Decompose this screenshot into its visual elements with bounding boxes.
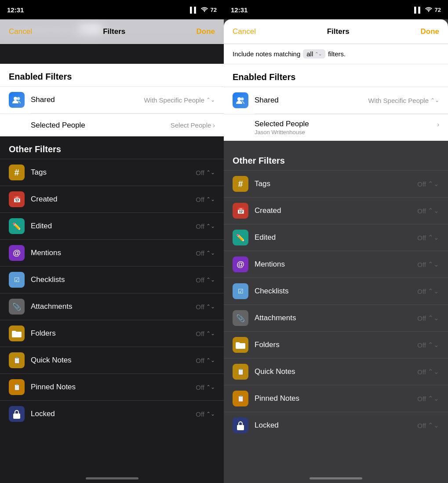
left-status-right: ▌▌ 72: [190, 7, 217, 13]
attachments-value: Off ⌃⌄: [196, 303, 215, 311]
right-checklists-icon: ☑: [233, 283, 248, 299]
tags-stepper: ⌃⌄: [206, 169, 215, 176]
right-other-quicknotes[interactable]: 📋 Quick Notes Off ⌃⌄: [224, 358, 448, 385]
right-shared-stepper-icon: ⌃⌄: [430, 97, 439, 103]
left-selected-people-row[interactable]: Selected People Select People ›: [0, 113, 224, 136]
locked-value: Off ⌃⌄: [196, 410, 215, 418]
folders-stepper: ⌃⌄: [206, 330, 215, 337]
right-selected-people-subtitle: Jason Writtenhouse: [255, 129, 437, 135]
svg-point-4: [428, 11, 429, 11]
pinnednotes-stepper: ⌃⌄: [206, 384, 215, 390]
right-attachments-stepper: ⌃⌄: [428, 314, 439, 322]
other-filter-folders[interactable]: Folders Off ⌃⌄: [0, 320, 224, 347]
right-folders-icon: [233, 337, 248, 353]
right-enabled-block: Enabled Filters Shared With Specific Peo…: [224, 64, 448, 141]
right-other-attachments[interactable]: 📎 Attachments Off ⌃⌄: [224, 304, 448, 331]
right-attachments-label: Attachments: [255, 314, 417, 322]
right-folders-label: Folders: [255, 340, 417, 349]
left-select-people-value: Select People ›: [171, 121, 215, 129]
other-filter-created[interactable]: 📅 Created Off ⌃⌄: [0, 186, 224, 212]
right-mentions-label: Mentions: [255, 260, 417, 269]
right-mentions-stepper: ⌃⌄: [428, 260, 439, 268]
right-other-tags[interactable]: # Tags Off ⌃⌄: [224, 170, 448, 197]
left-modal-sheet: Enabled Filters Shared With Specific Peo…: [0, 39, 224, 483]
right-quicknotes-value: Off ⌃⌄: [417, 368, 439, 376]
right-include-suffix: filters.: [328, 50, 346, 58]
right-other-folders[interactable]: Folders Off ⌃⌄: [224, 331, 448, 358]
right-other-header: Other Filters: [224, 148, 448, 170]
left-wifi-icon: [201, 7, 208, 13]
mentions-stepper: ⌃⌄: [206, 250, 215, 256]
right-edited-stepper: ⌃⌄: [428, 234, 439, 242]
right-shared-label: Shared: [255, 96, 368, 105]
right-other-locked[interactable]: Locked Off ⌃⌄: [224, 412, 448, 439]
right-mentions-icon: @: [233, 256, 248, 272]
created-value: Off ⌃⌄: [196, 196, 215, 203]
right-other-edited[interactable]: ✏️ Edited Off ⌃⌄: [224, 224, 448, 251]
other-filter-mentions[interactable]: @ Mentions Off ⌃⌄: [0, 239, 224, 266]
right-selected-people-row[interactable]: Selected People Jason Writtenhouse ›: [224, 114, 448, 141]
other-filter-checklists[interactable]: ☑ Checklists Off ⌃⌄: [0, 266, 224, 293]
right-done-button[interactable]: Done: [420, 27, 439, 36]
right-other-section: Other Filters # Tags Off ⌃⌄ 📅 Created Of…: [224, 148, 448, 468]
right-other-mentions[interactable]: @ Mentions Off ⌃⌄: [224, 251, 448, 278]
right-quicknotes-icon: 📋: [233, 364, 248, 380]
left-enabled-header: Enabled Filters: [0, 64, 224, 86]
right-pinnednotes-label: Pinned Notes: [255, 394, 417, 403]
right-selected-people-chevron: ›: [437, 121, 439, 128]
left-status-bar: 12:31 ▌▌ 72: [0, 0, 224, 19]
tags-icon: #: [9, 165, 25, 180]
left-shared-row[interactable]: Shared With Specific People ⌃⌄: [0, 86, 224, 113]
svg-point-2: [17, 97, 20, 100]
other-filter-attachments[interactable]: 📎 Attachments Off ⌃⌄: [0, 293, 224, 320]
right-other-pinnednotes[interactable]: 📋 Pinned Notes Off ⌃⌄: [224, 385, 448, 412]
right-signal-icon: ▌▌: [414, 7, 422, 13]
svg-rect-7: [237, 425, 244, 430]
right-quicknotes-stepper: ⌃⌄: [428, 368, 439, 376]
left-shared-value: With Specific People ⌃⌄: [144, 96, 215, 104]
right-status-right: ▌▌ 72: [414, 7, 441, 13]
right-phone-panel: 12:31 ▌▌ 72 Cancel Filters Done: [224, 0, 448, 483]
other-filter-pinnednotes[interactable]: 📋 Pinned Notes Off ⌃⌄: [0, 373, 224, 400]
right-attachments-value: Off ⌃⌄: [417, 314, 439, 322]
left-phone-panel: 12:31 ▌▌ 72 Include notes matching all ⌃…: [0, 0, 224, 483]
left-cancel-button[interactable]: Cancel: [9, 27, 32, 36]
right-cancel-button[interactable]: Cancel: [233, 27, 256, 36]
other-filter-tags[interactable]: # Tags Off ⌃⌄: [0, 159, 224, 186]
right-created-stepper: ⌃⌄: [428, 207, 439, 215]
left-shared-stepper-icon: ⌃⌄: [206, 97, 215, 103]
left-signal-icon: ▌▌: [190, 7, 198, 13]
edited-stepper: ⌃⌄: [206, 223, 215, 229]
attachments-label: Attachments: [31, 302, 196, 311]
right-shared-row[interactable]: Shared With Specific People ⌃⌄: [224, 87, 448, 113]
other-filter-quicknotes[interactable]: 📋 Quick Notes Off ⌃⌄: [0, 347, 224, 373]
right-other-checklists[interactable]: ☑ Checklists Off ⌃⌄: [224, 278, 448, 304]
right-checklists-stepper: ⌃⌄: [428, 287, 439, 295]
right-checklists-label: Checklists: [255, 287, 417, 296]
left-time: 12:31: [7, 6, 24, 14]
mentions-icon: @: [9, 245, 25, 261]
right-checklists-value: Off ⌃⌄: [417, 287, 439, 295]
right-edited-value: Off ⌃⌄: [417, 234, 439, 242]
other-filter-edited[interactable]: ✏️ Edited Off ⌃⌄: [0, 212, 224, 239]
right-tags-value: Off ⌃⌄: [417, 180, 439, 188]
right-locked-icon: [233, 417, 248, 433]
folders-label: Folders: [31, 329, 196, 338]
pinnednotes-icon: 📋: [9, 379, 25, 395]
edited-icon: ✏️: [9, 218, 25, 234]
other-filter-locked[interactable]: Locked Off ⌃⌄: [0, 400, 224, 427]
right-home-bar: [310, 477, 362, 479]
checklists-icon: ☑: [9, 272, 25, 288]
right-other-created[interactable]: 📅 Created Off ⌃⌄: [224, 197, 448, 224]
tags-label: Tags: [31, 168, 196, 177]
right-enabled-header: Enabled Filters: [224, 64, 448, 87]
left-done-button[interactable]: Done: [196, 27, 215, 36]
right-nav-bar: Cancel Filters Done: [224, 19, 448, 44]
created-label: Created: [31, 195, 196, 204]
right-folders-value: Off ⌃⌄: [417, 341, 439, 349]
right-all-stepper[interactable]: all ⌃⌄: [303, 49, 325, 59]
checklists-value: Off ⌃⌄: [196, 276, 215, 284]
right-status-bar: 12:31 ▌▌ 72: [224, 0, 448, 19]
right-locked-stepper: ⌃⌄: [428, 421, 439, 429]
edited-label: Edited: [31, 222, 196, 231]
